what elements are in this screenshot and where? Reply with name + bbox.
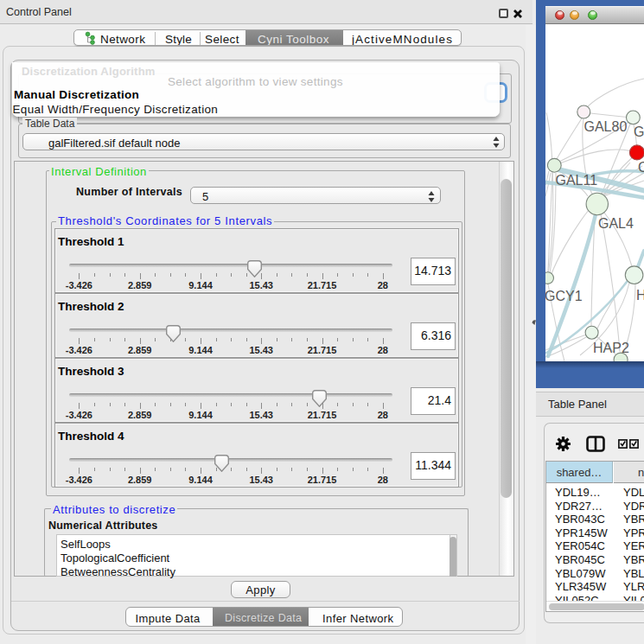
svg-text:GAL11: GAL11 [556, 173, 598, 188]
svg-text:GCY1: GCY1 [545, 289, 583, 303]
svg-text:HAP2: HAP2 [593, 341, 629, 355]
svg-text:G.: G. [634, 124, 644, 139]
svg-text:GAL4: GAL4 [598, 216, 634, 231]
svg-text:C: C [638, 160, 644, 175]
svg-text:H: H [636, 288, 644, 303]
svg-text:GAL80: GAL80 [584, 119, 628, 134]
